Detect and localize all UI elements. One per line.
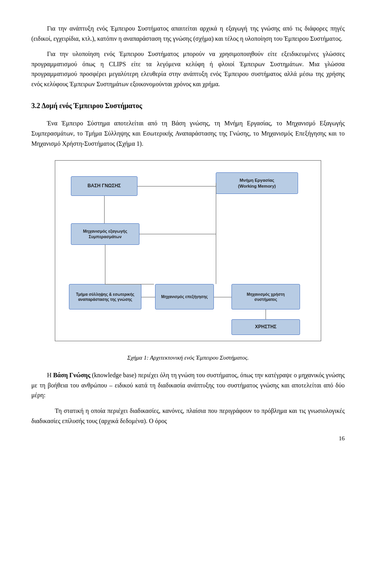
diagram-box-basis: ΒΑΣΗ ΓΝΩΣΗΣ [71,176,137,196]
paragraph-4: Η Βάση Γνώσης (knowledge base) περιέχει … [31,370,345,400]
page-number: 16 [339,434,345,443]
figure-caption: Σχήμα 1: Αρχιτεκτονική ενός Έμπειρου Συσ… [31,353,345,362]
line-exag-down [105,245,105,284]
line-h-bottom [105,284,154,284]
line-basis-down [104,196,105,223]
diagram-inner: ΒΑΣΗ ΓΝΩΣΗΣ Μνήμη Εργασίας(Working Memor… [63,168,313,333]
line-tmima-epex [141,297,155,297]
diagram-box-mixanismos-exag: Μηχανισμός εξαγωγής Συμπερασμάτων [71,223,139,245]
line-exag-right [139,234,216,234]
line-center-down [216,240,216,284]
figure-caption-label: Σχήμα 1: Αρχιτεκτονική ενός Έμπειρου Συσ… [127,355,249,361]
p4-bold: Βάση Γνώσης [53,372,90,378]
line-v-center [216,183,216,240]
diagram-box-xristi-mix: Μηχανισμός χρήστη συστήματος [231,284,300,309]
paragraph-5: Τη στατική η οποία περιέχει διαδικασίες,… [31,406,345,426]
diagram-box-mnimi: Μνήμη Εργασίας(Working Memory) [216,172,298,194]
diagram-box-xristis: ΧΡΗΣΤΗΣ [231,319,300,335]
p4-prefix: Η [47,372,53,378]
line-basis-right [137,186,216,186]
diagram-container: ΒΑΣΗ ΓΝΩΣΗΣ Μνήμη Εργασίας(Working Memor… [55,160,321,341]
diagram-box-epex: Μηχανισμός επεξήγησης [155,284,214,309]
paragraph-1: Για την ανάπτυξη ενός Έμπειρου Συστήματο… [31,24,345,43]
paragraph-2: Για την υλοποίηση ενός Έμπειρου Συστήματ… [31,49,345,89]
diagram-box-tmima: Τμήμα σύλληψης & εσωτερικής αναπαράσταση… [69,284,141,309]
line-xristi-down [266,309,266,319]
paragraph-3: Ένα Έμπειρο Σύστημα αποτελείται από τη Β… [31,118,345,148]
line-epex-xristi [214,297,231,297]
section-heading: 3.2 Δομή ενός Έμπειρου Συστήματος [31,100,345,112]
